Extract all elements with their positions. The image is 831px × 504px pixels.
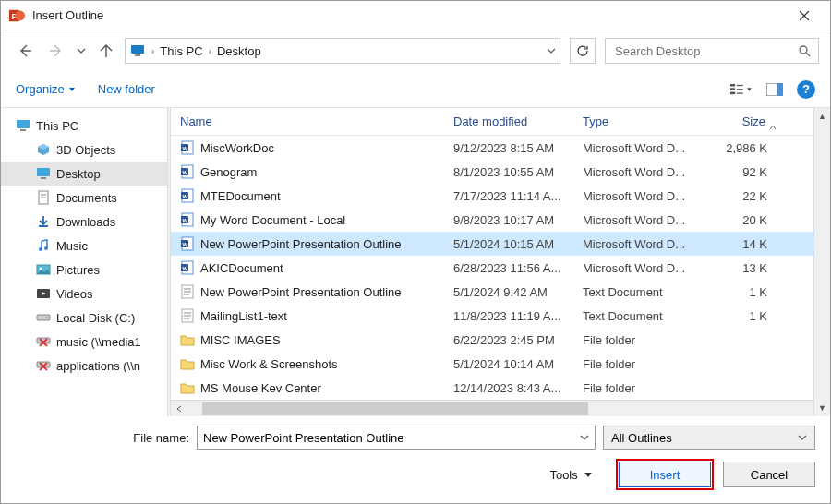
tree-item[interactable]: applications (\\n [1, 354, 167, 378]
file-date: 9/12/2023 8:15 AM [453, 141, 583, 155]
close-button[interactable] [786, 1, 823, 30]
back-button[interactable] [12, 38, 38, 64]
tree-item[interactable]: Pictures [1, 258, 167, 282]
file-date: 5/1/2024 10:15 AM [453, 237, 583, 251]
svg-point-27 [46, 317, 48, 318]
file-date: 11/8/2023 11:19 A... [453, 309, 583, 323]
svg-point-24 [40, 268, 42, 270]
file-row[interactable]: WAKICDocument6/28/2023 11:56 A...Microso… [171, 256, 813, 280]
file-type: Microsoft Word D... [583, 189, 717, 203]
file-name: Genogram [200, 165, 257, 179]
file-row[interactable]: WNew PowerPoint Presentation Outline5/1/… [171, 232, 813, 256]
svg-text:W: W [183, 146, 188, 151]
file-row[interactable]: WGenogram8/1/2023 10:55 AMMicrosoft Word… [171, 160, 813, 184]
refresh-icon [576, 44, 589, 57]
organize-menu[interactable]: Organize [16, 82, 76, 96]
horizontal-scrollbar[interactable] [171, 400, 813, 416]
file-date: 9/8/2023 10:17 AM [453, 213, 583, 227]
word-doc-icon: W [180, 212, 195, 227]
videos-icon [36, 286, 51, 301]
file-row[interactable]: WMTEDocument7/17/2023 11:14 A...Microsof… [171, 184, 813, 208]
music-icon [36, 238, 51, 253]
file-type: Microsoft Word D... [583, 165, 717, 179]
nav-bar: › This PC › Desktop [1, 30, 830, 71]
tree-item[interactable]: Music [1, 234, 167, 258]
breadcrumb-seg1[interactable]: This PC [160, 44, 202, 58]
word-doc-icon: W [180, 140, 195, 155]
refresh-button[interactable] [570, 38, 596, 64]
svg-rect-15 [20, 129, 26, 131]
preview-pane-button[interactable] [764, 78, 786, 101]
breadcrumb-seg2[interactable]: Desktop [217, 44, 261, 58]
chevron-right-icon: › [151, 46, 154, 56]
file-type-filter[interactable]: All Outlines [603, 426, 815, 450]
file-size: 22 K [717, 189, 773, 203]
tree-item[interactable]: Videos [1, 282, 167, 306]
tree-item[interactable]: 3D Objects [1, 138, 167, 162]
help-button[interactable]: ? [797, 80, 815, 99]
tree-item[interactable]: Downloads [1, 210, 167, 234]
svg-point-2 [15, 10, 25, 20]
tree-item[interactable]: Desktop [1, 162, 167, 186]
file-row[interactable]: New PowerPoint Presentation Outline5/1/2… [171, 280, 813, 304]
header-size[interactable]: Size [717, 114, 773, 128]
file-name: MS Mouse Kev Center [200, 381, 321, 395]
chevron-down-icon [77, 46, 86, 55]
chevron-down-icon[interactable] [547, 46, 556, 55]
file-row[interactable]: MailingList1-text11/8/2023 11:19 A...Tex… [171, 304, 813, 328]
disk-icon [36, 310, 51, 325]
scrollbar-thumb[interactable] [202, 402, 588, 415]
help-icon: ? [802, 82, 810, 96]
tree-item[interactable]: Local Disk (C:) [1, 306, 167, 330]
file-name: MailingList1-text [200, 309, 287, 323]
up-button[interactable] [93, 38, 119, 64]
svg-rect-17 [41, 177, 46, 179]
scroll-down-icon[interactable]: ▼ [814, 400, 830, 416]
forward-button[interactable] [43, 38, 69, 64]
file-type: File folder [583, 357, 717, 371]
header-name[interactable]: Name [171, 114, 453, 128]
scroll-up-icon[interactable]: ▲ [814, 108, 830, 125]
arrow-left-icon [18, 43, 32, 58]
word-doc-icon: W [180, 236, 195, 251]
filename-input[interactable]: New PowerPoint Presentation Outline [197, 426, 596, 450]
header-type[interactable]: Type [583, 114, 717, 128]
network-drive-icon [36, 358, 51, 373]
file-row[interactable]: MISC IMAGES6/22/2023 2:45 PMFile folder [171, 328, 813, 352]
chevron-right-icon: › [209, 46, 211, 56]
file-row[interactable]: WMy Word Document - Local9/8/2023 10:17 … [171, 208, 813, 232]
chevron-down-icon [798, 433, 807, 442]
file-type: File folder [583, 333, 717, 347]
powerpoint-icon: P [8, 7, 25, 24]
new-folder-button[interactable]: New folder [98, 82, 155, 96]
file-size: 20 K [717, 213, 773, 227]
search-box[interactable] [605, 38, 819, 64]
vertical-scrollbar[interactable]: ▲ ▼ [813, 108, 830, 416]
file-name: MiscWorkDoc [200, 141, 274, 155]
address-bar[interactable]: › This PC › Desktop [125, 38, 560, 64]
header-date[interactable]: Date modified [453, 114, 583, 128]
tree-item[interactable]: Documents [1, 186, 167, 210]
view-mode-button[interactable] [730, 78, 753, 101]
svg-text:W: W [183, 242, 188, 247]
file-row[interactable]: MS Mouse Kev Center12/14/2023 8:43 A...F… [171, 376, 813, 400]
file-row[interactable]: WMiscWorkDoc9/12/2023 8:15 AMMicrosoft W… [171, 136, 813, 160]
svg-point-5 [800, 46, 807, 54]
tree-item[interactable]: music (\\media1 [1, 330, 167, 354]
tools-menu[interactable]: Tools [549, 468, 592, 482]
file-row[interactable]: Misc Work & Screenshots5/1/2024 10:14 AM… [171, 352, 813, 376]
file-date: 6/28/2023 11:56 A... [453, 261, 583, 275]
insert-button[interactable]: Insert [619, 462, 711, 487]
file-list: Name Date modified Type Size WMiscWorkDo… [171, 108, 813, 416]
arrow-up-icon [99, 43, 114, 58]
tree-item-thispc[interactable]: This PC [1, 114, 167, 138]
chevron-down-icon[interactable] [580, 433, 589, 442]
file-name: My Word Document - Local [200, 213, 345, 227]
file-name: MISC IMAGES [200, 333, 281, 347]
titlebar: P Insert Outline [1, 1, 830, 30]
recent-dropdown[interactable] [75, 38, 88, 64]
file-size: 92 K [717, 165, 773, 179]
svg-rect-3 [131, 45, 144, 54]
search-input[interactable] [613, 43, 798, 59]
cancel-button[interactable]: Cancel [723, 462, 815, 487]
